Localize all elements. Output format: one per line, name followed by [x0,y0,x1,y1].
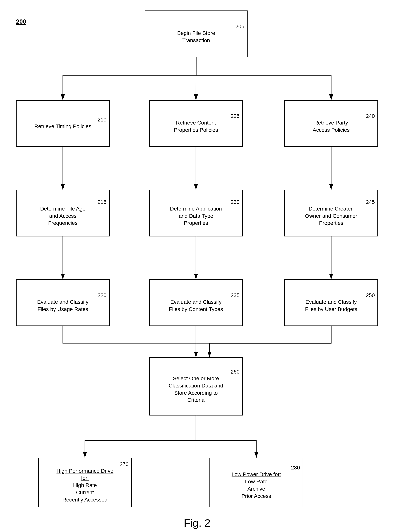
node-240-number: 240 [366,113,375,119]
arrows-svg [0,0,394,532]
node-225-number: 225 [231,113,239,119]
node-260-text: Select One or MoreClassification Data an… [169,375,223,404]
node-270: 270 High Performance Drivefor: High Rate… [38,458,132,507]
node-210: 210 Retrieve Timing Policies [16,100,110,147]
node-280-number: 280 [291,465,300,470]
node-220: 220 Evaluate and ClassifyFiles by Usage … [16,279,110,326]
node-250-number: 250 [366,293,375,298]
node-245: 245 Determine Creater,Owner and Consumer… [284,190,378,236]
node-270-number: 270 [119,462,129,467]
node-225: 225 Retrieve ContentProperties Policies [149,100,243,147]
node-270-text: High Performance Drivefor: High RateCurr… [57,467,114,503]
node-245-text: Determine Creater,Owner and ConsumerProp… [305,205,357,227]
node-230-number: 230 [231,199,239,205]
node-260: 260 Select One or MoreClassification Dat… [149,357,243,415]
diagram-label-200: 200 [16,18,26,25]
node-240: 240 Retrieve PartyAccess Policies [284,100,378,147]
node-235-number: 235 [231,293,239,298]
node-240-text: Retrieve PartyAccess Policies [313,119,350,134]
node-250-text: Evaluate and ClassifyFiles by User Budge… [305,298,357,313]
node-205: 205 Begin File StoreTransaction [145,11,248,57]
node-215-number: 215 [98,199,106,205]
node-220-number: 220 [98,293,106,298]
node-205-text: Begin File StoreTransaction [177,30,215,44]
node-280: 280 Low Power Drive for: Low RateArchive… [209,458,303,507]
node-280-text: Low Power Drive for: Low RateArchivePrio… [232,471,281,500]
diagram: 200 205 Begin File StoreTransaction 210 … [0,0,394,532]
node-205-number: 205 [235,24,244,29]
node-235-text: Evaluate and ClassifyFiles by Content Ty… [169,298,223,313]
node-250: 250 Evaluate and ClassifyFiles by User B… [284,279,378,326]
node-210-text: Retrieve Timing Policies [35,123,91,130]
node-245-number: 245 [366,199,375,205]
node-230-text: Determine Applicationand Data TypeProper… [170,205,222,227]
figure-label: Fig. 2 [133,517,261,529]
node-225-text: Retrieve ContentProperties Policies [174,119,218,134]
node-230: 230 Determine Applicationand Data TypePr… [149,190,243,236]
node-235: 235 Evaluate and ClassifyFiles by Conten… [149,279,243,326]
node-215: 215 Determine File Ageand AccessFrequenc… [16,190,110,236]
node-260-number: 260 [231,369,239,374]
node-215-text: Determine File Ageand AccessFrequencies [40,205,86,227]
node-210-number: 210 [98,117,106,122]
node-220-text: Evaluate and ClassifyFiles by Usage Rate… [37,298,88,313]
